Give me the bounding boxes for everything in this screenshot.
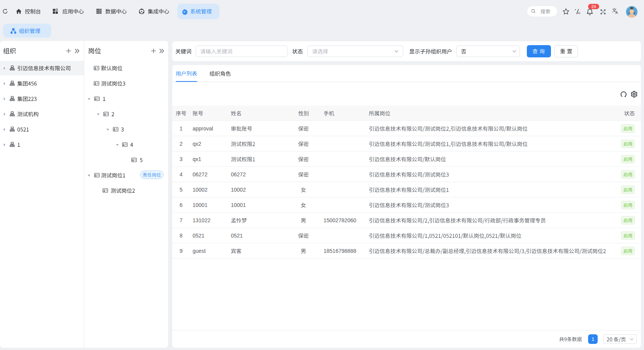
svg-text:Ai: Ai bbox=[577, 11, 580, 15]
